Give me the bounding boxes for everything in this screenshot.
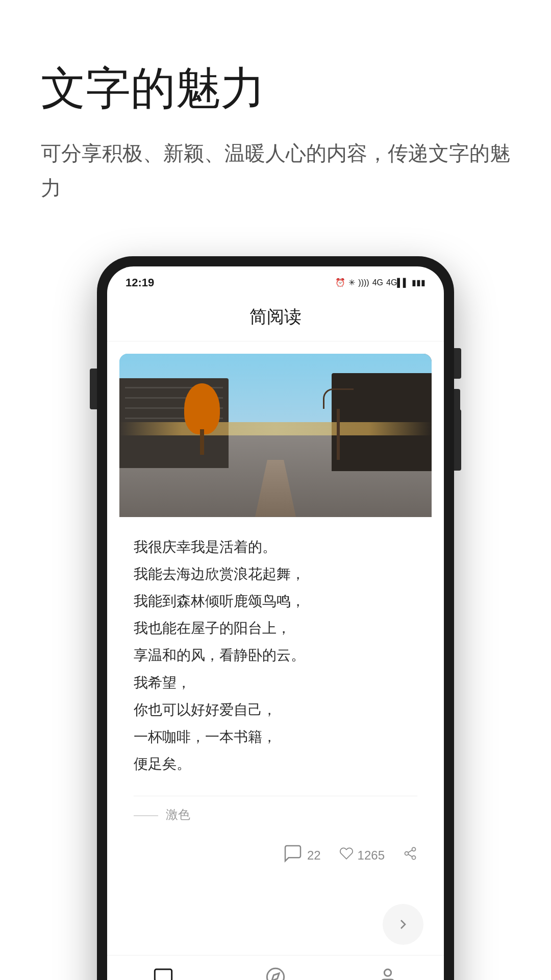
signal-4g-2-icon: 4G▌▌ bbox=[386, 278, 409, 287]
likes-count: 1265 bbox=[358, 848, 385, 863]
phone-left-button bbox=[90, 369, 97, 409]
alarm-icon: ⏰ bbox=[335, 278, 345, 287]
discover-icon bbox=[264, 966, 287, 980]
svg-point-0 bbox=[412, 848, 416, 851]
next-button-container bbox=[107, 894, 444, 955]
poem-line-4: 我也能在屋子的阳台上， bbox=[134, 615, 417, 642]
profile-icon bbox=[377, 966, 399, 980]
heart-icon bbox=[339, 846, 354, 864]
poem-line-2: 我能去海边欣赏浪花起舞， bbox=[134, 560, 417, 587]
poem-line-5: 享温和的风，看静卧的云。 bbox=[134, 642, 417, 669]
share-action[interactable] bbox=[403, 846, 417, 864]
svg-rect-5 bbox=[155, 969, 171, 980]
app-title-text: 简阅读 bbox=[249, 307, 302, 326]
poem-line-7: 你也可以好好爱自己， bbox=[134, 696, 417, 723]
author-dash: —— bbox=[134, 807, 158, 821]
author-name: 激色 bbox=[166, 807, 190, 821]
battery-icon: ▮▮▮ bbox=[412, 278, 425, 287]
article-poem: 我很庆幸我是活着的。 我能去海边欣赏浪花起舞， 我能到森林倾听鹿颂鸟鸣， 我也能… bbox=[134, 533, 417, 778]
phone-right-button-2 bbox=[454, 409, 461, 471]
comment-count: 22 bbox=[307, 848, 321, 863]
status-icons: ⏰ ✳ )))) 4G 4G▌▌ ▮▮▮ bbox=[335, 278, 425, 287]
sub-title: 可分享积极、新颖、温暖人心的内容，传递文字的魅力 bbox=[41, 136, 510, 205]
bottom-nav: 推荐 发现 bbox=[107, 955, 444, 980]
share-icon bbox=[403, 846, 417, 864]
poem-line-8: 一杯咖啡，一本书籍， bbox=[134, 723, 417, 750]
phone-mockup: 12:19 ⏰ ✳ )))) 4G 4G▌▌ ▮▮▮ 简阅读 bbox=[97, 256, 454, 980]
header-section: 文字的魅力 可分享积极、新颖、温暖人心的内容，传递文字的魅力 bbox=[0, 0, 551, 236]
svg-line-4 bbox=[408, 850, 412, 853]
app-header: 简阅读 bbox=[107, 295, 444, 341]
tree-bare-branch bbox=[323, 388, 354, 409]
tree-orange bbox=[182, 383, 222, 455]
bamboo-strip bbox=[119, 422, 432, 435]
content-area: 我很庆幸我是活着的。 我能去海边欣赏浪花起舞， 我能到森林倾听鹿颂鸟鸣， 我也能… bbox=[107, 341, 444, 894]
comment-icon bbox=[283, 843, 303, 867]
article-author: —— 激色 bbox=[134, 796, 417, 823]
article-text: 我很庆幸我是活着的。 我能去海边欣赏浪花起舞， 我能到森林倾听鹿颂鸟鸣， 我也能… bbox=[119, 517, 432, 836]
article-image bbox=[119, 354, 432, 517]
tree-bare bbox=[323, 378, 354, 460]
svg-line-3 bbox=[408, 854, 412, 857]
nav-item-recommend[interactable]: 推荐 bbox=[152, 966, 174, 980]
tree-bare-trunk bbox=[337, 409, 340, 460]
like-action[interactable]: 1265 bbox=[339, 846, 385, 864]
comment-action[interactable]: 22 bbox=[283, 843, 321, 867]
status-time: 12:19 bbox=[126, 276, 154, 289]
phone-screen: 12:19 ⏰ ✳ )))) 4G 4G▌▌ ▮▮▮ 简阅读 bbox=[107, 266, 444, 980]
article-image-scene bbox=[119, 354, 432, 517]
recommend-icon bbox=[152, 966, 174, 980]
tree-trunk bbox=[200, 429, 204, 455]
article-card: 我很庆幸我是活着的。 我能去海边欣赏浪花起舞， 我能到森林倾听鹿颂鸟鸣， 我也能… bbox=[119, 354, 432, 882]
svg-point-1 bbox=[405, 852, 409, 855]
status-bar: 12:19 ⏰ ✳ )))) 4G 4G▌▌ ▮▮▮ bbox=[107, 266, 444, 295]
tree-canopy bbox=[184, 383, 220, 434]
nav-item-profile[interactable]: 我的 bbox=[377, 966, 399, 980]
bluetooth-icon: ✳ bbox=[348, 278, 355, 287]
nav-item-discover[interactable]: 发现 bbox=[264, 966, 287, 980]
phone-container: 12:19 ⏰ ✳ )))) 4G 4G▌▌ ▮▮▮ 简阅读 bbox=[0, 236, 551, 980]
poem-line-9: 便足矣。 bbox=[134, 750, 417, 777]
phone-right-button-1 bbox=[454, 348, 461, 379]
main-title: 文字的魅力 bbox=[41, 61, 510, 115]
svg-marker-9 bbox=[272, 973, 279, 980]
wifi-icon: )))) bbox=[358, 278, 369, 287]
article-actions: 22 1265 bbox=[119, 835, 432, 881]
svg-point-2 bbox=[412, 856, 416, 860]
signal-4g-icon: 4G bbox=[372, 278, 383, 287]
poem-line-3: 我能到森林倾听鹿颂鸟鸣， bbox=[134, 587, 417, 615]
poem-line-6: 我希望， bbox=[134, 669, 417, 696]
next-button[interactable] bbox=[383, 904, 423, 945]
svg-point-10 bbox=[384, 969, 391, 976]
poem-line-1: 我很庆幸我是活着的。 bbox=[134, 533, 417, 560]
